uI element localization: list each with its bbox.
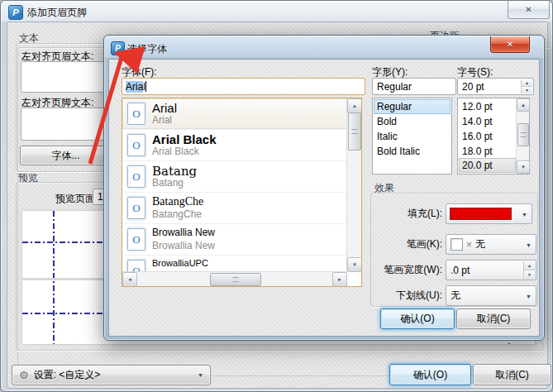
select-font-dialog: P 选择字体 ✕ 字体(F): Arial O Arial Arial O Ar… (103, 35, 545, 341)
dialog-close-button[interactable]: ✕ (490, 36, 530, 53)
fill-color-swatch (450, 208, 512, 220)
font-list-item-browalliaupc[interactable]: O BrowalliaUPC BrowalliaUPC (122, 256, 347, 272)
spin-up-icon[interactable]: ▲ (523, 261, 535, 270)
underline-value: 无 (451, 289, 460, 303)
size-list-vscrollbar[interactable]: ▲ ▼ (516, 98, 529, 174)
font-list-item-arial[interactable]: O Arial Arial (122, 98, 347, 130)
font-name: BatangChe (152, 195, 203, 208)
font-list: O Arial Arial O Arial Black Arial Black … (122, 98, 362, 287)
scroll-down-button[interactable]: ▼ (517, 160, 530, 174)
style-option-italic[interactable]: Italic (374, 129, 451, 144)
footer-text-input[interactable] (21, 108, 112, 141)
hscroll-thumb[interactable] (210, 273, 261, 286)
scroll-up-icon: ▲ (521, 103, 526, 108)
size-option-18[interactable]: 18.0 pt (459, 144, 516, 159)
preview-page-label: 预览页面 (55, 192, 95, 206)
spin-up-icon[interactable]: ▲ (521, 79, 532, 86)
dialog-logo-icon: P (111, 41, 125, 55)
dialog-ok-button[interactable]: 确认(O) (380, 308, 455, 329)
font-list-item-batangche[interactable]: O BatangChe BatangChe (122, 193, 347, 224)
close-icon: ✕ (507, 40, 513, 49)
opentype-font-icon: O (127, 165, 145, 188)
opentype-font-icon: O (127, 103, 145, 125)
stroke-dropdown[interactable]: × 无 ▼ (446, 234, 536, 255)
style-option-regular[interactable]: Regular (374, 99, 451, 114)
effects-group-box: 填充(L): ▼ 笔画(K): × 无 ▼ 笔画宽度(W): .0 pt ▲ ▼… (370, 193, 538, 307)
stroke-width-label: 笔画宽度(W): (371, 263, 442, 277)
font-list-item-arial-black[interactable]: O Arial Black Arial Black (122, 130, 347, 161)
font-size-spinner[interactable]: 20 pt ▲ ▼ (457, 78, 534, 95)
underline-dropdown[interactable]: 无 ▼ (446, 285, 536, 306)
font-button-label: 字体... (51, 149, 79, 163)
font-subname: Arial (152, 114, 172, 126)
opentype-font-icon: O (127, 197, 145, 219)
dialog-cancel-button[interactable]: 取消(C) (456, 308, 531, 329)
font-list-item-browallia-new[interactable]: O Browallia New Browallia New (122, 224, 347, 256)
stroke-width-spinner[interactable]: .0 pt ▲ ▼ (446, 260, 536, 280)
scroll-up-button[interactable]: ▲ (347, 98, 362, 113)
font-list-items: O Arial Arial O Arial Black Arial Black … (122, 98, 347, 272)
close-icon: ✕ (525, 5, 532, 14)
font-subname: Browallia New (152, 240, 215, 251)
font-size-value: 20 pt (462, 81, 484, 93)
chevron-down-icon: ▼ (526, 293, 532, 299)
font-name: Arial (152, 101, 177, 115)
font-style-value: Regular (377, 81, 412, 93)
preview-page-value: 1 (98, 191, 103, 203)
size-option-12[interactable]: 12.0 pt (459, 99, 516, 114)
vscroll-thumb[interactable] (517, 123, 529, 146)
stroke-value: 无 (475, 237, 485, 251)
dialog-ok-label: 确认(O) (400, 312, 434, 326)
fill-color-dropdown[interactable]: ▼ (446, 203, 532, 224)
size-option-20[interactable]: 20.0 pt (459, 158, 516, 173)
font-subname: Arial Black (152, 146, 199, 157)
spin-down-icon[interactable]: ▼ (521, 86, 532, 93)
font-style-input[interactable]: Regular (372, 78, 456, 95)
stroke-width-spin-buttons[interactable]: ▲ ▼ (523, 261, 535, 279)
scroll-down-icon: ▼ (352, 262, 357, 267)
main-titlebar: P 添加页眉页脚 (1, 1, 552, 22)
chevron-down-icon: ▼ (198, 372, 203, 378)
main-close-button[interactable]: ✕ (508, 1, 550, 19)
none-cross-icon: × (466, 239, 472, 251)
header-text-input[interactable] (21, 61, 112, 93)
font-subname: Batang (152, 177, 184, 189)
stroke-width-value: .0 pt (451, 265, 470, 276)
spin-down-icon[interactable]: ▼ (523, 270, 535, 279)
dialog-title: 选择字体 (127, 42, 167, 56)
font-input-selected-text: Aria (126, 81, 143, 93)
scroll-left-icon: ◄ (127, 277, 132, 282)
font-list-hscrollbar[interactable]: ◄ ► (122, 271, 347, 286)
settings-label: 设置: <自定义> (34, 368, 101, 382)
opentype-font-icon: O (127, 228, 145, 251)
fill-label: 填充(L): (371, 207, 442, 221)
font-button[interactable]: 字体... (20, 146, 112, 165)
font-name: Browallia New (152, 227, 215, 238)
stroke-label: 笔画(K): (371, 237, 442, 251)
scroll-up-button[interactable]: ▲ (517, 98, 530, 112)
scroll-up-icon: ▲ (352, 103, 357, 108)
size-spin-buttons[interactable]: ▲ ▼ (521, 79, 532, 93)
font-list-vscrollbar[interactable]: ▲ ▼ (346, 98, 361, 272)
settings-dropdown[interactable]: ⚙ 设置: <自定义> ▼ (12, 365, 211, 385)
font-name: BrowalliaUPC (152, 258, 208, 268)
main-ok-button[interactable]: 确认(O) (389, 364, 471, 385)
scroll-down-button[interactable]: ▼ (347, 257, 362, 272)
main-cancel-button[interactable]: 取消(C) (473, 364, 551, 385)
scroll-left-button[interactable]: ◄ (122, 272, 137, 287)
size-option-16[interactable]: 16.0 pt (459, 129, 516, 144)
style-option-bold[interactable]: Bold (374, 114, 451, 129)
size-option-14[interactable]: 14.0 pt (459, 114, 516, 129)
font-subname: BatangChe (152, 208, 202, 220)
text-caret (145, 81, 146, 92)
underline-label: 下划线(U): (371, 289, 442, 303)
scroll-right-button[interactable]: ► (332, 272, 347, 287)
opentype-font-icon: O (127, 134, 145, 156)
vscroll-thumb[interactable] (348, 112, 361, 151)
font-name-input[interactable]: Arial (122, 78, 365, 95)
style-option-bold-italic[interactable]: Bold Italic (374, 144, 451, 159)
scroll-right-icon: ► (337, 277, 342, 282)
font-style-list: Regular Bold Italic Bold Italic (372, 98, 452, 174)
font-list-item-batang[interactable]: O Batang Batang (122, 161, 347, 193)
chevron-down-icon: ▼ (522, 211, 527, 217)
